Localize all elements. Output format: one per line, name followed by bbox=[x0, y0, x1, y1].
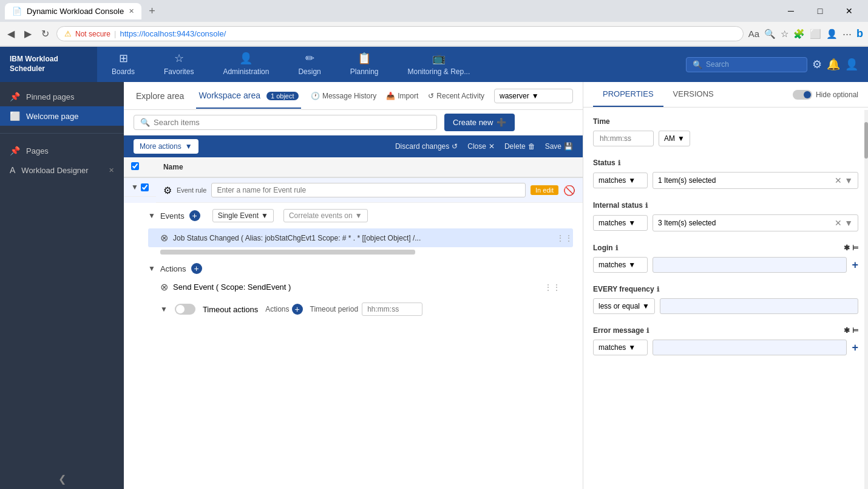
error-message-condition-select[interactable]: matches ▼ bbox=[593, 340, 648, 355]
refresh-button[interactable]: ↻ bbox=[39, 26, 52, 42]
close-link[interactable]: Close ✕ bbox=[467, 142, 495, 151]
correlate-select[interactable]: Correlate events on ▼ bbox=[283, 209, 368, 222]
delete-link[interactable]: Delete 🗑 bbox=[504, 142, 535, 151]
close-button[interactable]: ✕ bbox=[835, 2, 863, 20]
sidebar-item-workload-designer[interactable]: A Workload Designer ✕ bbox=[0, 160, 124, 180]
nav-item-monitoring[interactable]: 📺 Monitoring & Rep... bbox=[393, 47, 485, 82]
error-message-add-btn[interactable]: + bbox=[852, 341, 858, 354]
panel-scrollbar[interactable] bbox=[864, 110, 868, 489]
browser-tab-active[interactable]: 📄 Dynamic Workload Console ✕ bbox=[5, 3, 141, 19]
events-toggle[interactable]: ▼ bbox=[148, 211, 155, 220]
recent-activity-link[interactable]: ↺ Recent Activity bbox=[428, 92, 484, 100]
extension-icon[interactable]: 🧩 bbox=[793, 29, 805, 39]
sidebar-workload-close[interactable]: ✕ bbox=[109, 166, 114, 174]
panel-scroll-thumb[interactable] bbox=[864, 122, 868, 159]
every-frequency-info-icon[interactable]: ℹ bbox=[657, 286, 659, 293]
profile-icon[interactable]: 👤 bbox=[826, 29, 838, 39]
select-all-checkbox[interactable] bbox=[131, 162, 139, 170]
timeout-period-input[interactable] bbox=[362, 303, 422, 316]
actions-toggle[interactable]: ▼ bbox=[148, 264, 155, 273]
collapse-row-icon[interactable]: ▼ bbox=[131, 183, 138, 191]
send-event-drag-handle[interactable]: ⋮⋮ bbox=[544, 282, 561, 292]
new-tab-button[interactable]: + bbox=[144, 4, 160, 19]
hide-optional-switch[interactable] bbox=[793, 90, 812, 100]
tab-favicon: 📄 bbox=[12, 7, 22, 16]
more-actions-button[interactable]: More actions ▼ bbox=[134, 139, 198, 154]
forward-button[interactable]: ▶ bbox=[22, 26, 34, 42]
search-items-container[interactable]: 🔍 bbox=[134, 115, 437, 130]
nav-item-administration[interactable]: 👤 Administration bbox=[208, 47, 283, 82]
search-items-input[interactable] bbox=[154, 118, 430, 127]
every-frequency-label: EVERY frequency ℹ bbox=[593, 285, 858, 293]
timeout-toggle-switch[interactable] bbox=[175, 304, 195, 315]
reading-icon[interactable]: Aa bbox=[748, 29, 759, 39]
hide-optional-toggle[interactable]: Hide optional bbox=[793, 90, 858, 100]
hide-optional-label: Hide optional bbox=[816, 91, 858, 99]
star-icon[interactable]: ☆ bbox=[781, 29, 788, 39]
maximize-button[interactable]: □ bbox=[806, 2, 834, 20]
internal-status-clear-btn[interactable]: ✕ bbox=[835, 218, 842, 228]
single-event-select[interactable]: Single Event ▼ bbox=[212, 209, 274, 222]
tab-workspace-area[interactable]: Workspace area 1 object bbox=[196, 83, 300, 109]
every-frequency-condition-select[interactable]: less or equal ▼ bbox=[593, 298, 655, 314]
minimize-button[interactable]: ─ bbox=[777, 2, 805, 20]
internal-status-expand-btn[interactable]: ▼ bbox=[844, 218, 853, 228]
bing-icon[interactable]: b bbox=[856, 27, 863, 40]
status-value-select[interactable]: 1 Item(s) selected ✕ ▼ bbox=[653, 172, 858, 189]
time-input[interactable] bbox=[593, 131, 654, 146]
add-event-btn[interactable]: + bbox=[189, 210, 200, 221]
internal-status-value-select[interactable]: 3 Item(s) selected ✕ ▼ bbox=[653, 214, 858, 231]
address-bar[interactable]: ⚠ Not secure | https://localhost:9443/co… bbox=[56, 26, 744, 41]
tab-explore-area[interactable]: Explore area bbox=[134, 84, 186, 108]
internal-status-info-icon[interactable]: ℹ bbox=[645, 202, 648, 210]
sidebar-item-welcome-page[interactable]: ⬜ Welcome page bbox=[0, 106, 124, 126]
more-icon[interactable]: ⋯ bbox=[843, 29, 852, 39]
login-info-icon[interactable]: ℹ bbox=[615, 244, 618, 252]
error-message-text-input[interactable] bbox=[653, 340, 847, 355]
nav-item-favorites[interactable]: ☆ Favorites bbox=[149, 47, 208, 82]
event-rule-checkbox[interactable] bbox=[141, 183, 149, 191]
create-new-button[interactable]: Create new ➕ bbox=[444, 114, 515, 131]
add-action-btn[interactable]: + bbox=[191, 263, 202, 274]
remove-action-btn[interactable]: ⊗ bbox=[160, 281, 168, 293]
nav-item-boards[interactable]: ⊞ Boards bbox=[97, 47, 149, 82]
login-condition-select[interactable]: matches ▼ bbox=[593, 257, 648, 273]
tab-properties[interactable]: PROPERTIES bbox=[593, 82, 663, 107]
message-history-link[interactable]: 🕐 Message History bbox=[311, 92, 376, 100]
timeout-toggle[interactable]: ▼ bbox=[160, 305, 168, 313]
status-expand-btn[interactable]: ▼ bbox=[844, 176, 853, 185]
nav-item-planning[interactable]: 📋 Planning bbox=[336, 47, 393, 82]
sidebar-item-pages[interactable]: 📌 Pages bbox=[0, 141, 124, 160]
remove-event-btn[interactable]: ⊗ bbox=[160, 232, 168, 244]
sidebar-item-pinned-pages[interactable]: 📌 Pinned pages bbox=[0, 87, 124, 106]
search-bar[interactable]: 🔍 bbox=[686, 57, 807, 72]
tab-versions[interactable]: VERSIONS bbox=[663, 82, 724, 107]
ampm-select[interactable]: AM ▼ bbox=[659, 131, 690, 146]
status-clear-btn[interactable]: ✕ bbox=[835, 176, 842, 185]
discard-changes-link[interactable]: Discard changes ↺ bbox=[395, 142, 458, 151]
status-condition-select[interactable]: matches ▼ bbox=[593, 173, 648, 188]
tab-close-btn[interactable]: ✕ bbox=[129, 7, 134, 15]
save-link[interactable]: Save 💾 bbox=[545, 142, 573, 151]
import-link[interactable]: 📥 Import bbox=[386, 92, 418, 100]
add-timeout-action-btn[interactable]: + bbox=[292, 304, 303, 315]
server-select[interactable]: waserver ▼ bbox=[494, 89, 573, 103]
extension2-icon[interactable]: ⬜ bbox=[810, 29, 821, 39]
every-frequency-input[interactable] bbox=[660, 298, 858, 314]
nav-item-design[interactable]: ✏ Design bbox=[283, 47, 335, 82]
status-info-icon[interactable]: ℹ bbox=[618, 159, 620, 167]
drag-handle[interactable]: ⋮⋮ bbox=[556, 233, 573, 243]
notifications-icon[interactable]: 🔔 bbox=[827, 58, 840, 71]
login-add-btn[interactable]: + bbox=[852, 259, 858, 272]
back-button[interactable]: ◀ bbox=[5, 26, 17, 42]
error-message-info-icon[interactable]: ℹ bbox=[646, 327, 649, 335]
event-rule-name-input[interactable] bbox=[211, 183, 526, 197]
internal-status-condition-select[interactable]: matches ▼ bbox=[593, 215, 648, 231]
search-icon[interactable]: 🔍 bbox=[764, 29, 776, 39]
settings-icon[interactable]: ⚙ bbox=[812, 58, 822, 71]
user-icon[interactable]: 👤 bbox=[845, 58, 858, 71]
collapse-sidebar-btn[interactable]: ❮ bbox=[58, 474, 66, 484]
search-input[interactable] bbox=[706, 60, 801, 69]
login-text-input[interactable] bbox=[653, 257, 847, 273]
time-field-row: AM ▼ bbox=[593, 131, 858, 146]
